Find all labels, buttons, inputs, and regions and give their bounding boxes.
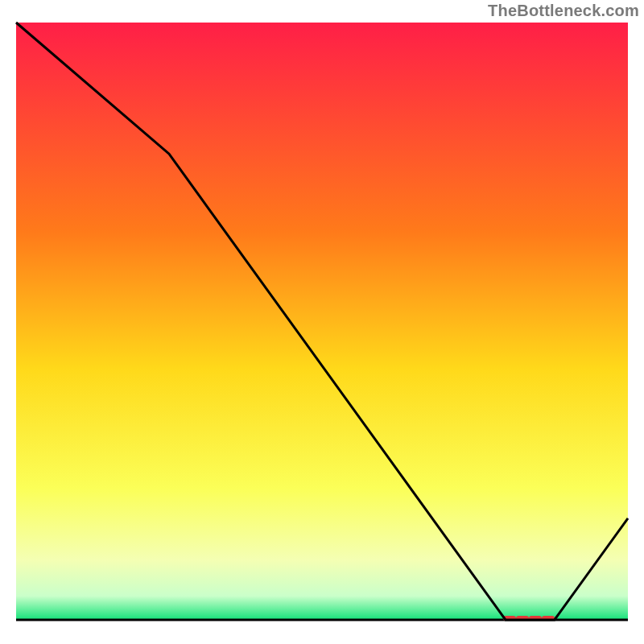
watermark-text: TheBottleneck.com [488, 2, 639, 20]
chart-container: { "watermark": "TheBottleneck.com", "col… [0, 0, 644, 644]
plot-background [16, 23, 628, 620]
bottleneck-chart [0, 0, 644, 644]
